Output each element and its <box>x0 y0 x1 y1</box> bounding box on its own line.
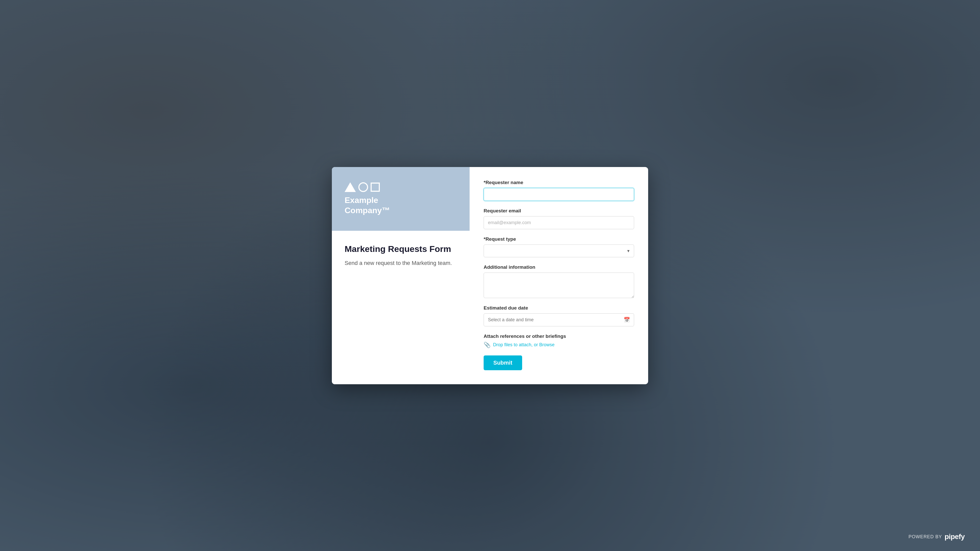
additional-info-textarea[interactable] <box>484 273 634 298</box>
submit-button[interactable]: Submit <box>484 356 522 370</box>
estimated-due-date-group: Estimated due date 📅 <box>484 305 634 326</box>
attach-area: 📎 Drop files to attach, or Browse <box>484 342 634 348</box>
attach-label: Attach references or other briefings <box>484 333 634 339</box>
left-panel: Example Company™ Marketing Requests Form… <box>332 167 469 384</box>
request-type-label: *Request type <box>484 237 634 242</box>
attach-group: Attach references or other briefings 📎 D… <box>484 333 634 348</box>
additional-info-label: Additional information <box>484 264 634 270</box>
request-type-group: *Request type ▾ <box>484 237 634 257</box>
additional-info-group: Additional information <box>484 264 634 298</box>
page-content: Example Company™ Marketing Requests Form… <box>0 0 980 551</box>
paperclip-icon: 📎 <box>484 342 490 348</box>
requester-email-group: Requester email <box>484 208 634 229</box>
request-type-wrapper: ▾ <box>484 245 634 257</box>
attach-browse-link[interactable]: Drop files to attach, or Browse <box>493 342 555 348</box>
date-input[interactable] <box>484 313 634 326</box>
form-title: Marketing Requests Form <box>345 243 457 254</box>
requester-name-input[interactable] <box>484 188 634 201</box>
requester-email-label: Requester email <box>484 208 634 214</box>
requester-name-group: *Requester name <box>484 180 634 201</box>
requester-name-label: *Requester name <box>484 180 634 185</box>
right-panel: *Requester name Requester email *Request… <box>469 167 648 384</box>
modal-wrapper: Example Company™ Marketing Requests Form… <box>332 167 648 384</box>
form-description: Send a new request to the Marketing team… <box>345 259 457 267</box>
left-panel-header: Example Company™ <box>332 167 469 231</box>
logo-area: Example Company™ <box>345 182 390 216</box>
powered-by-text: POWERED BY <box>908 534 942 540</box>
requester-email-input[interactable] <box>484 216 634 229</box>
date-input-wrapper: 📅 <box>484 313 634 326</box>
square-icon <box>371 183 380 192</box>
powered-by: POWERED BY pipefy <box>908 533 965 541</box>
triangle-icon <box>345 182 356 192</box>
estimated-due-date-label: Estimated due date <box>484 305 634 311</box>
circle-icon <box>358 182 368 192</box>
pipefy-logo: pipefy <box>945 533 965 541</box>
company-name: Example Company™ <box>345 195 390 216</box>
logo-icons <box>345 182 380 192</box>
request-type-select[interactable] <box>484 245 634 257</box>
left-panel-body: Marketing Requests Form Send a new reque… <box>332 231 469 384</box>
